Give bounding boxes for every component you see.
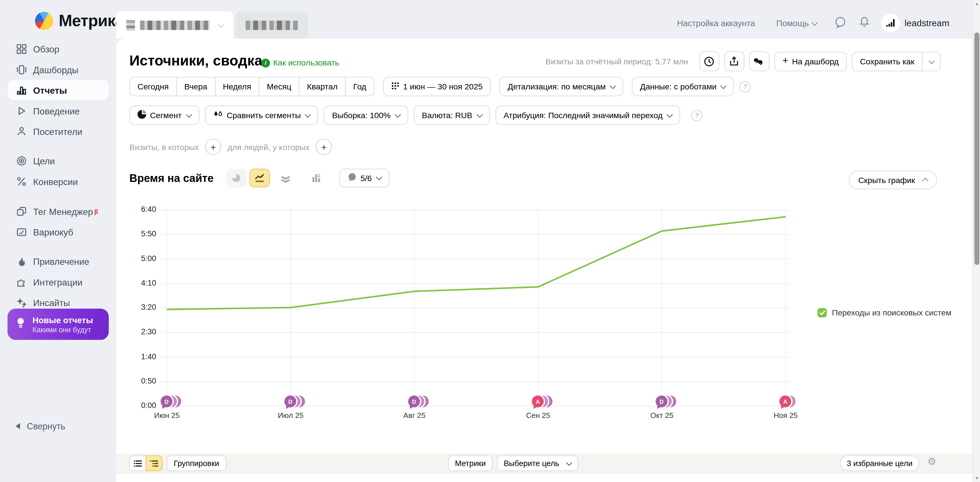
sidebar-item-label: Обзор: [33, 44, 59, 54]
counter-tab-secondary[interactable]: [235, 11, 308, 39]
scroll-down-icon[interactable]: ▼: [973, 476, 980, 480]
period-quarter-button[interactable]: Квартал: [299, 77, 346, 96]
annotation-bubble-letter: A: [780, 395, 791, 407]
sidebar-item-visitors[interactable]: Посетители: [0, 121, 116, 142]
sidebar-item-attraction[interactable]: Привлечение: [0, 251, 116, 272]
chart-type-line-button[interactable]: [249, 169, 270, 188]
scrollbar-thumb[interactable]: [974, 32, 980, 265]
annotation-bubble-letter: D: [161, 395, 173, 407]
sidebar-item-dashboards[interactable]: Дашборды: [0, 59, 116, 80]
counter-tabs: [116, 11, 308, 39]
line-chart: 0:000:501:402:303:204:105:005:506:40 Июн…: [116, 206, 972, 431]
new-reports-banner[interactable]: Новые отчеты Какими они будут: [7, 309, 109, 340]
save-as-menu-button[interactable]: [922, 52, 940, 70]
annotation-bubble-letter: A: [532, 395, 544, 407]
avatar[interactable]: [881, 14, 900, 32]
how-to-use-link[interactable]: i Как использовать: [261, 58, 339, 67]
sidebar-item-goals[interactable]: Цели: [0, 151, 116, 171]
sidebar-item-label: Вариокуб: [33, 227, 73, 237]
grid-icon: [16, 44, 27, 54]
add-people-condition-button[interactable]: +: [316, 138, 332, 155]
groupings-button[interactable]: Группировки: [167, 455, 226, 471]
date-range-button[interactable]: 1 июн — 30 ноя 2025: [383, 77, 491, 96]
x-tick-label: Окт 25: [634, 411, 690, 420]
period-month-button[interactable]: Месяц: [259, 77, 299, 96]
add-visit-condition-button[interactable]: +: [205, 138, 221, 155]
sidebar-item-label: Цели: [33, 156, 55, 166]
sidebar-item-label: Дашборды: [33, 65, 78, 75]
favorite-goals-button[interactable]: 3 избранные цели: [840, 455, 920, 471]
chart-plot-area[interactable]: [161, 206, 792, 412]
metrics-button[interactable]: Метрики: [448, 455, 492, 471]
play-icon: [16, 106, 27, 116]
y-tick-label: 5:00: [116, 254, 156, 263]
counter-favicon-redacted: [126, 20, 135, 30]
sidebar-item-behavior[interactable]: Поведение: [0, 100, 116, 121]
period-segmented: Сегодня Вчера Неделя Месяц Квартал Год: [129, 77, 374, 96]
period-week-button[interactable]: Неделя: [215, 77, 259, 96]
detalization-dropdown[interactable]: Детализация: по месяцам: [500, 77, 623, 96]
chart-type-columns-button[interactable]: [306, 169, 327, 188]
account-settings-link[interactable]: Настройка аккаунта: [677, 19, 755, 28]
topbar-right: Настройка аккаунта Помощь leadstream: [677, 14, 949, 32]
y-tick-label: 0:00: [116, 401, 156, 410]
sidebar-item-overview[interactable]: Обзор: [0, 39, 116, 59]
data-table-top: [116, 473, 972, 482]
chat-icon[interactable]: [834, 16, 846, 30]
collapse-sidebar-button[interactable]: Свернуть: [16, 421, 65, 431]
sidebar-item-label: Интеграции: [33, 277, 82, 287]
visits-condition-label: Визиты, в которых: [129, 142, 199, 151]
metrika-logo[interactable]: Метрика: [35, 11, 124, 31]
sidebar-item-conversions[interactable]: Конверсии: [0, 171, 116, 192]
goals-settings-gear-icon[interactable]: ⚙: [928, 455, 936, 468]
page-scrollbar[interactable]: ▲ ▼: [973, 0, 980, 482]
save-as-split-button: Сохранить как: [852, 51, 941, 71]
annotation-bubble-letter: D: [655, 395, 668, 407]
notifications-bell-icon[interactable]: [859, 16, 870, 30]
metrika-logo-icon: [35, 12, 53, 30]
sampling-dropdown[interactable]: Выборка: 100%: [324, 106, 408, 125]
tree-view-button[interactable]: [146, 455, 162, 471]
scroll-up-icon[interactable]: ▲: [973, 1, 980, 5]
product-name: Метрика: [59, 11, 124, 31]
attribution-dropdown[interactable]: Атрибуция: Последний значимый переход: [495, 106, 680, 125]
hide-chart-button[interactable]: Скрыть график: [849, 170, 937, 189]
sidebar-item-integrations[interactable]: Интеграции: [0, 272, 116, 293]
period-yesterday-button[interactable]: Вчера: [176, 77, 215, 96]
view-mode-segmented: [129, 455, 162, 471]
sidebar-item-tag-manager[interactable]: Тег Менеджер β: [0, 201, 116, 222]
banner-subtitle: Какими они будут: [32, 326, 93, 333]
sidebar-item-reports[interactable]: Отчеты: [7, 80, 109, 100]
legend-checkbox[interactable]: [818, 308, 827, 317]
add-to-dashboard-button[interactable]: + На дашборд: [774, 51, 847, 71]
chart-title: Время на сайте: [129, 172, 213, 185]
data-mode-dropdown[interactable]: Данные: с роботами: [632, 77, 734, 96]
select-goal-dropdown[interactable]: Выберите цель: [497, 455, 578, 471]
sidebar-item-label: Тег Менеджер: [33, 207, 93, 216]
help-menu[interactable]: Помощь: [776, 19, 809, 28]
history-clock-button[interactable]: [699, 51, 719, 71]
collapse-label: Свернуть: [27, 421, 65, 431]
flat-list-view-button[interactable]: [129, 455, 146, 471]
segment-dropdown[interactable]: Сегмент: [129, 106, 199, 125]
currency-dropdown[interactable]: Валюта: RUB: [414, 106, 490, 125]
period-today-button[interactable]: Сегодня: [129, 77, 177, 96]
counter-tab-current[interactable]: [116, 11, 233, 39]
help-question-icon[interactable]: ?: [740, 81, 751, 92]
y-tick-label: 4:10: [116, 278, 156, 287]
export-share-button[interactable]: [724, 51, 744, 71]
app-window: Метрика Настройка аккаунта Помощь leadst…: [0, 0, 980, 482]
lightbulb-icon: [14, 316, 27, 332]
save-as-button[interactable]: Сохранить как: [853, 52, 922, 70]
help-question-icon[interactable]: ?: [692, 110, 703, 121]
chevron-down-icon: [812, 19, 818, 25]
sidebar-item-variocube[interactable]: Вариокуб: [0, 222, 116, 242]
chart-type-stacked-button[interactable]: [275, 169, 296, 188]
puzzle-icon: [16, 277, 27, 287]
comments-quote-button[interactable]: [749, 51, 769, 71]
annotations-counter-dropdown[interactable]: 5/6: [339, 169, 389, 188]
period-year-button[interactable]: Год: [345, 77, 374, 96]
variocube-icon: [16, 227, 27, 237]
chart-type-pie-button[interactable]: [226, 169, 247, 188]
compare-segments-dropdown[interactable]: Сравнить сегменты: [205, 106, 318, 125]
